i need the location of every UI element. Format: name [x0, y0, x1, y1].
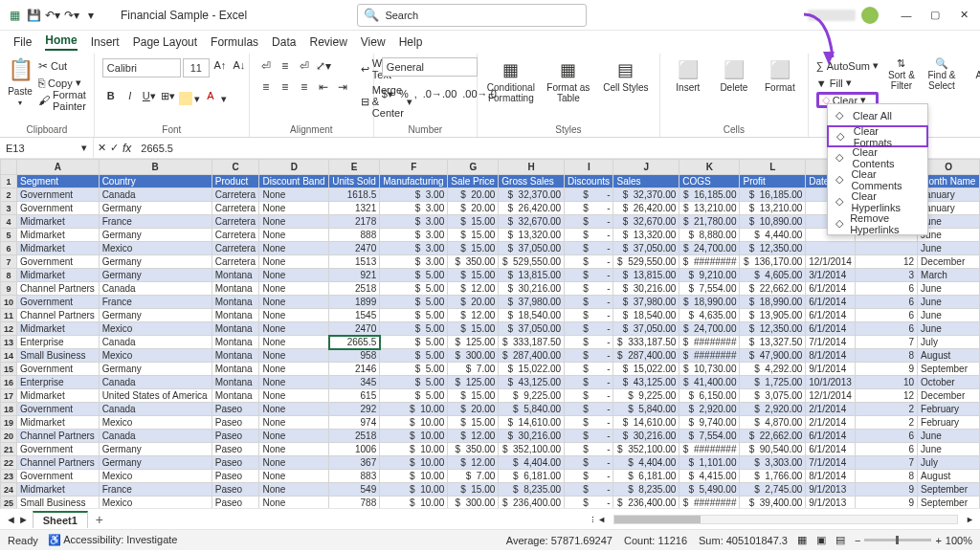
data-cell[interactable]: $ 3,075.00: [740, 389, 806, 403]
column-header[interactable]: A: [17, 160, 100, 175]
data-cell[interactable]: Paseo: [212, 470, 259, 483]
data-cell[interactable]: $ 32,670.00: [613, 215, 679, 229]
data-cell[interactable]: $ 4,292.00: [740, 363, 806, 376]
fill-button[interactable]: ▼Fill▾: [816, 75, 879, 91]
data-cell[interactable]: Paseo: [212, 430, 259, 443]
data-cell[interactable]: 9: [856, 363, 918, 376]
data-cell[interactable]: August: [918, 349, 980, 363]
find-select-button[interactable]: 🔍Find & Select: [924, 57, 959, 91]
data-cell[interactable]: $ 22,662.00: [740, 430, 806, 443]
autosum-button[interactable]: ∑AutoSum▾: [816, 57, 879, 74]
data-cell[interactable]: $ -: [565, 416, 613, 430]
row-header[interactable]: 16: [1, 376, 17, 389]
data-cell[interactable]: $ 13,210.00: [679, 202, 740, 215]
clear-menu-clear-formats[interactable]: ◇Clear Formats: [827, 125, 928, 147]
data-cell[interactable]: June: [918, 322, 980, 336]
data-cell[interactable]: Small Business: [17, 349, 100, 363]
indent-decrease-icon[interactable]: ⇤: [315, 78, 332, 96]
data-cell[interactable]: $ 90,540.00: [740, 443, 806, 456]
data-cell[interactable]: Enterprise: [17, 336, 100, 349]
user-avatar[interactable]: [861, 7, 879, 24]
data-cell[interactable]: 7/1/2014: [806, 336, 856, 349]
data-cell[interactable]: 974: [329, 416, 380, 430]
data-cell[interactable]: $ 37,050.00: [499, 322, 565, 336]
insert-cells-button[interactable]: ⬜Insert: [668, 57, 708, 93]
row-header[interactable]: 24: [1, 483, 17, 497]
column-header[interactable]: L: [740, 160, 806, 175]
data-cell[interactable]: None: [259, 416, 329, 430]
tab-page-layout[interactable]: Page Layout: [133, 35, 197, 49]
data-cell[interactable]: 615: [329, 389, 380, 403]
header-cell[interactable]: Discount Band: [259, 175, 329, 188]
data-cell[interactable]: $ 13,815.00: [499, 269, 565, 282]
data-cell[interactable]: 6: [856, 309, 918, 322]
zoom-level[interactable]: 100%: [946, 535, 972, 546]
decrease-font-icon[interactable]: A↓: [231, 59, 248, 77]
data-cell[interactable]: June: [918, 296, 980, 309]
data-cell[interactable]: Montana: [212, 309, 259, 322]
header-cell[interactable]: Discounts: [565, 175, 613, 188]
data-cell[interactable]: None: [259, 309, 329, 322]
data-cell[interactable]: Germany: [99, 229, 212, 242]
data-cell[interactable]: None: [259, 456, 329, 470]
data-cell[interactable]: $ -: [565, 282, 613, 296]
data-cell[interactable]: Germany: [99, 255, 212, 269]
data-cell[interactable]: $ 43,125.00: [613, 376, 679, 389]
data-cell[interactable]: $ ########: [679, 336, 740, 349]
data-cell[interactable]: $ 10.00: [380, 430, 448, 443]
data-cell[interactable]: $ 2,745.00: [740, 483, 806, 497]
data-cell[interactable]: $ 37,980.00: [613, 296, 679, 309]
column-header[interactable]: D: [259, 160, 329, 175]
data-cell[interactable]: None: [259, 443, 329, 456]
minimize-icon[interactable]: —: [896, 5, 917, 26]
data-cell[interactable]: July: [918, 456, 980, 470]
data-cell[interactable]: $ 21,780.00: [679, 215, 740, 229]
data-cell[interactable]: 6/1/2014: [806, 309, 856, 322]
data-cell[interactable]: $ 24,700.00: [679, 242, 740, 255]
clear-menu-clear-all[interactable]: ◇Clear All: [828, 104, 927, 126]
data-cell[interactable]: Montana: [212, 389, 259, 403]
data-cell[interactable]: $ 37,050.00: [613, 242, 679, 255]
cell-styles-button[interactable]: ▤Cell Styles: [600, 57, 652, 93]
data-cell[interactable]: $ ########: [679, 497, 740, 509]
data-cell[interactable]: Midmarket: [17, 269, 100, 282]
data-cell[interactable]: $ 529,550.00: [499, 255, 565, 269]
data-cell[interactable]: Canada: [99, 376, 212, 389]
data-cell[interactable]: $ 5.00: [380, 336, 448, 349]
data-cell[interactable]: Small Business: [17, 497, 100, 509]
data-cell[interactable]: $ 13,320.00: [499, 229, 565, 242]
data-cell[interactable]: France: [99, 296, 212, 309]
data-cell[interactable]: 12: [856, 255, 918, 269]
zoom-in-icon[interactable]: +: [935, 535, 941, 546]
enter-formula-icon[interactable]: ✓: [110, 142, 119, 154]
tab-view[interactable]: View: [361, 35, 386, 49]
tab-data[interactable]: Data: [272, 35, 296, 49]
data-cell[interactable]: 1618.5: [329, 188, 380, 202]
data-cell[interactable]: $ -: [565, 376, 613, 389]
data-cell[interactable]: $ 5.00: [380, 309, 448, 322]
undo-icon[interactable]: ↶▾: [44, 7, 61, 24]
data-cell[interactable]: $ 32,370.00: [499, 188, 565, 202]
data-cell[interactable]: $ 4,404.00: [499, 456, 565, 470]
data-cell[interactable]: $ -: [565, 296, 613, 309]
data-cell[interactable]: June: [918, 282, 980, 296]
data-cell[interactable]: France: [99, 483, 212, 497]
data-cell[interactable]: $ 9,210.00: [679, 269, 740, 282]
data-cell[interactable]: $ 12.00: [448, 430, 499, 443]
data-cell[interactable]: $ 1,101.00: [679, 456, 740, 470]
data-cell[interactable]: 2/1/2014: [806, 416, 856, 430]
data-cell[interactable]: Mexico: [99, 322, 212, 336]
zoom-out-icon[interactable]: −: [855, 535, 860, 546]
data-cell[interactable]: $ 300.00: [448, 349, 499, 363]
data-cell[interactable]: 6/1/2014: [806, 296, 856, 309]
data-cell[interactable]: $ 3.00: [380, 255, 448, 269]
data-cell[interactable]: $ 1,766.00: [740, 470, 806, 483]
column-header[interactable]: B: [99, 160, 212, 175]
data-cell[interactable]: None: [259, 483, 329, 497]
data-cell[interactable]: 6/1/2014: [806, 322, 856, 336]
data-cell[interactable]: Carretera: [212, 255, 259, 269]
data-cell[interactable]: $ 8,235.00: [613, 483, 679, 497]
data-cell[interactable]: $ 5.00: [380, 349, 448, 363]
row-header[interactable]: 15: [1, 363, 17, 376]
data-cell[interactable]: $ 5.00: [380, 322, 448, 336]
